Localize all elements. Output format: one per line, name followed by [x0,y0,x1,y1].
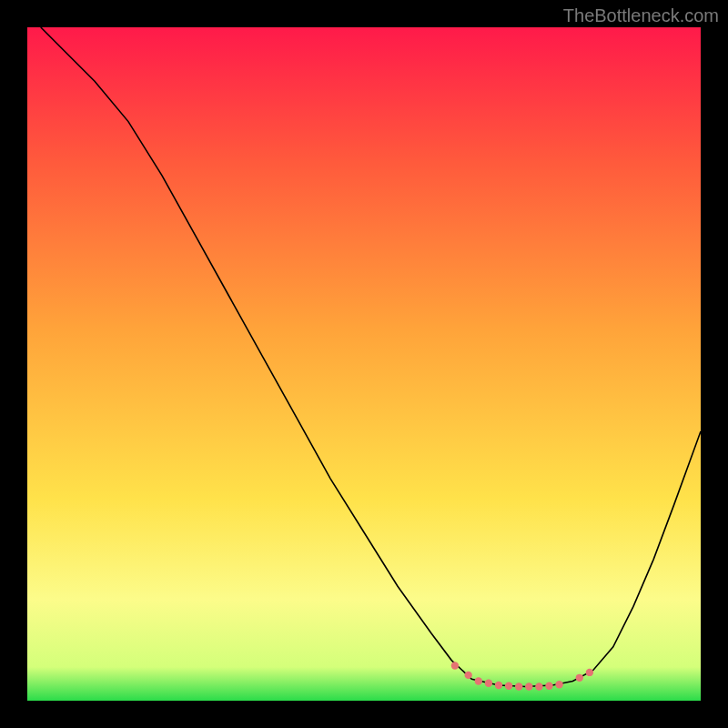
watermark-text: TheBottleneck.com [563,5,719,26]
highlight-dot [555,681,562,688]
chart-svg [27,27,701,701]
highlight-dot [576,674,583,682]
highlight-dot [525,682,532,690]
highlight-dot [485,680,492,687]
highlight-dot [475,677,482,684]
highlight-dot [545,682,552,690]
highlight-dot [465,672,472,679]
highlight-dot [495,682,502,689]
highlight-dot [535,682,542,690]
highlight-dot [586,669,593,676]
highlight-dot [505,682,512,690]
highlight-dot [451,662,459,669]
highlight-dot [515,682,522,690]
chart-plot [27,27,701,701]
gradient-background [27,27,701,701]
